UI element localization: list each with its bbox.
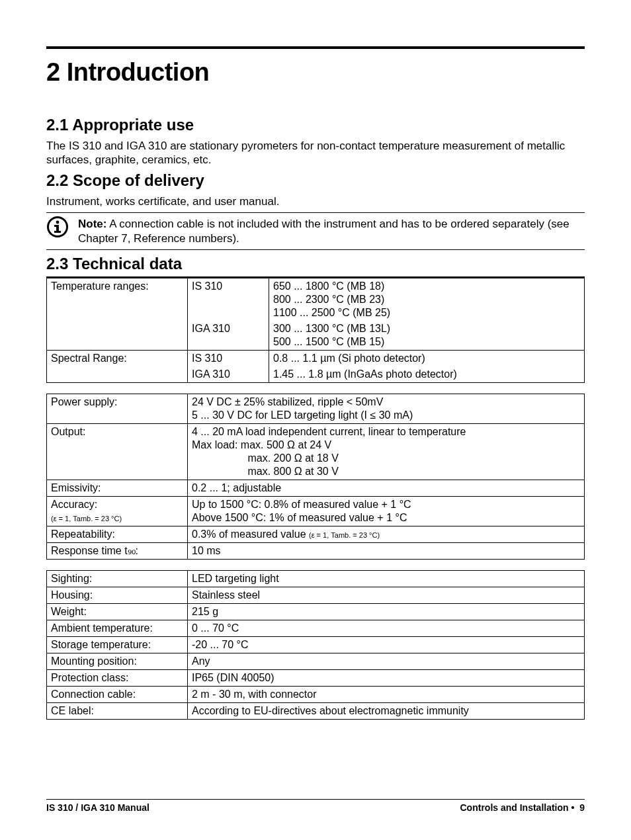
page-footer: IS 310 / IGA 310 Manual Controls and Ins… (46, 799, 585, 814)
label-spectral-range: Spectral Range: (47, 350, 188, 366)
table-row-label: Storage temperature: (47, 636, 188, 653)
table-row-value: According to EU-directives about electro… (188, 702, 585, 719)
val-accuracy: Up to 1500 °C: 0.8% of measured value + … (188, 496, 585, 526)
label-repeatability: Repeatability: (47, 526, 188, 542)
section-2-1-title: 2.1 Appropriate use (46, 115, 585, 135)
label-response-time: Response time t₉₀: (47, 542, 188, 559)
technical-data-table-3: Sighting:LED targeting lightHousing:Stai… (46, 570, 585, 720)
table-row-label: CE label: (47, 702, 188, 719)
label-temperature-ranges: Temperature ranges: (47, 278, 188, 321)
val-spectral-is310: 0.8 ... 1.1 µm (Si photo detector) (269, 350, 585, 366)
table-row-label: Sighting: (47, 570, 188, 587)
table-row-value: Stainless steel (188, 587, 585, 603)
label-accuracy: Accuracy: (ε = 1, Tamb. = 23 °C) (47, 496, 188, 526)
sub-is310-2: IS 310 (188, 350, 269, 366)
label-power-supply: Power supply: (47, 394, 188, 423)
table-row-label: Ambient temperature: (47, 620, 188, 636)
val-repeatability: 0.3% of measured value (ε = 1, Tamb. = 2… (188, 526, 585, 542)
table-row-label: Mounting position: (47, 653, 188, 669)
val-temp-is310: 650 ... 1800 °C (MB 18) 800 ... 2300 °C … (269, 278, 585, 321)
note-box: Note: A connection cable is not included… (46, 212, 585, 250)
section-2-1-text: The IS 310 and IGA 310 are stationary py… (46, 139, 585, 167)
table-row-label: Housing: (47, 587, 188, 603)
table-row-value: 215 g (188, 603, 585, 620)
table-row-value: -20 ... 70 °C (188, 636, 585, 653)
table-row-value: Any (188, 653, 585, 669)
table-row-value: LED targeting light (188, 570, 585, 587)
table-row-label: Connection cable: (47, 686, 188, 702)
sub-is310: IS 310 (188, 278, 269, 321)
val-response-time: 10 ms (188, 542, 585, 559)
section-2-2-title: 2.2 Scope of delivery (46, 171, 585, 190)
footer-left: IS 310 / IGA 310 Manual (46, 802, 149, 814)
table-row-value: IP65 (DIN 40050) (188, 669, 585, 686)
table-row-label: Protection class: (47, 669, 188, 686)
val-spectral-iga310: 1.45 ... 1.8 µm (InGaAs photo detector) (269, 366, 585, 383)
note-text: Note: A connection cable is not included… (78, 217, 582, 245)
sub-iga310-2: IGA 310 (188, 366, 269, 383)
svg-rect-4 (54, 231, 61, 233)
val-power-supply: 24 V DC ± 25% stabilized, ripple < 50mV … (188, 394, 585, 423)
page-heading: 2 Introduction (46, 57, 585, 89)
table-row-value: 0 ... 70 °C (188, 620, 585, 636)
table-row-value: 2 m - 30 m, with connector (188, 686, 585, 702)
technical-data-table-1: Temperature ranges: IS 310 650 ... 1800 … (46, 278, 585, 383)
val-output: 4 ... 20 mA load independent current, li… (188, 423, 585, 480)
svg-point-1 (56, 221, 60, 224)
table-row-label: Weight: (47, 603, 188, 620)
sub-iga310: IGA 310 (188, 321, 269, 351)
label-emissivity: Emissivity: (47, 480, 188, 496)
section-2-2-text: Instrument, works certificate, and user … (46, 194, 585, 208)
footer-right: Controls and Installation • 9 (460, 802, 585, 814)
label-output: Output: (47, 423, 188, 480)
val-emissivity: 0.2 ... 1; adjustable (188, 480, 585, 496)
technical-data-table-2: Power supply: 24 V DC ± 25% stabilized, … (46, 394, 585, 560)
info-icon (46, 216, 69, 238)
section-2-3-title: 2.3 Technical data (46, 254, 585, 278)
val-temp-iga310: 300 ... 1300 °C (MB 13L) 500 ... 1500 °C… (269, 321, 585, 351)
svg-rect-3 (54, 225, 59, 227)
